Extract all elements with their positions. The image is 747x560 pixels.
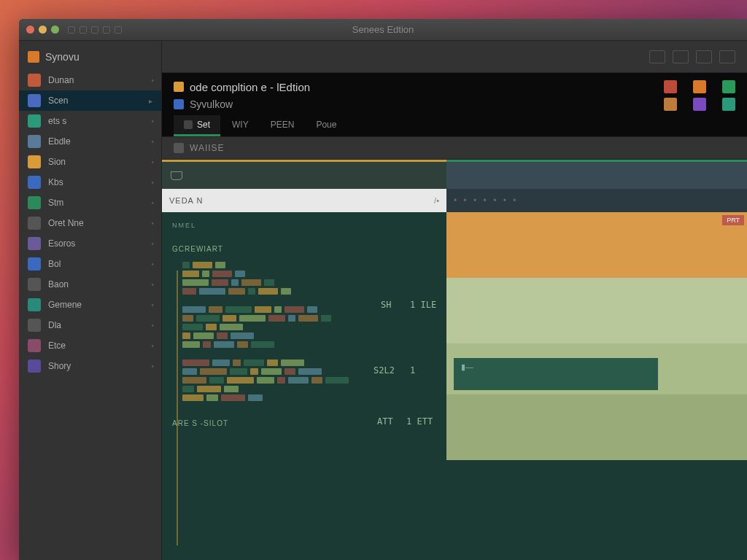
sidebar-icon [28,196,41,209]
tab-label: WIY [232,120,249,130]
num-a: SH [381,300,391,310]
chevron-right-icon: ▸ [149,97,152,105]
code-line [182,359,436,366]
search-chevron-icon[interactable]: /• [434,196,439,205]
editor-pane: /• NMEL GCREWIART ARE S -SILOT [162,160,446,560]
code-line [182,288,436,295]
badge-icon-6[interactable] [722,98,735,111]
header-line-2: Syvulkow [190,98,233,110]
sidebar-item-14[interactable]: Shory • [19,356,161,376]
sidebar-label: ets s [48,116,66,126]
block-orange [446,212,747,278]
block-dark: ▮— [454,358,658,390]
sub-header: WAIISE [162,137,747,160]
block-lg1 [446,278,747,343]
minimize-icon[interactable] [39,26,47,34]
num-c: S2L2 [374,365,395,376]
sidebar-label: Scen [48,96,68,106]
sidebar-icon [28,319,41,332]
sidebar-label: Dla [48,320,61,330]
sidebar-item-8[interactable]: Esoros • [19,233,161,254]
sidebar-item-2[interactable]: ets s • [19,111,161,131]
maximize-icon[interactable] [51,26,59,34]
code-line [182,306,436,313]
sidebar-label: Dunan [48,75,74,85]
sidebar-label: Esoros [48,238,75,249]
tab-bar: SetWIYPEENPoue [174,115,735,136]
sidebar-label: Ebdle [48,136,71,147]
main-area: ode compltion e - lEdtion Syvulkow [162,41,747,560]
code-line [182,324,436,330]
sidebar-item-11[interactable]: Gemene • [19,295,161,315]
app-window: Senees Edtion Synovu Dunan • Scen ▸ ets … [19,19,747,560]
preview-tag: PRT [722,215,744,225]
brand: Synovu [19,47,161,70]
sidebar-glyph: • [151,117,154,125]
sidebar-glyph: • [151,260,154,268]
sidebar-item-4[interactable]: Sion • [19,152,161,172]
sidebar-item-12[interactable]: Dla • [19,315,161,335]
num-e: ATT [377,416,393,427]
preview-pane: • • • • • • • Fodi horr PRT ▮— SH 1 I [446,160,747,560]
tab-0[interactable]: Set [174,115,220,136]
tab-label: Set [197,120,210,130]
sidebar-item-5[interactable]: Kbs • [19,172,161,192]
close-icon[interactable] [26,26,34,34]
code-editor[interactable]: NMEL GCREWIART ARE S -SILOT [162,212,446,560]
sidebar-item-3[interactable]: Ebdle • [19,131,161,152]
sidebar-icon [28,155,41,168]
sidebar-label: Bol [48,259,61,269]
sidebar-item-0[interactable]: Dunan • [19,70,161,90]
badge-icon-4[interactable] [664,98,677,111]
sidebar-glyph: • [151,322,154,330]
sidebar-label: Etce [48,341,66,351]
sidebar-item-10[interactable]: Baon • [19,274,161,295]
preview-toolbar [446,160,747,189]
code-line [182,262,436,268]
sidebar-icon [28,339,41,352]
badge-icon-5[interactable] [693,98,706,111]
badge-icon-1[interactable] [664,80,677,93]
sidebar-label: Baon [48,279,69,289]
brand-label: Synovu [45,51,80,63]
sidebar: Synovu Dunan • Scen ▸ ets s • Ebdle • [19,41,162,560]
tool-icon-2[interactable] [673,50,689,63]
sidebar-icon [28,135,41,148]
search-input[interactable] [169,196,428,205]
tool-icon-1[interactable] [649,50,665,63]
sidebar-glyph: • [151,199,154,207]
sidebar-glyph: • [151,362,154,370]
sidebar-item-13[interactable]: Etce • [19,335,161,356]
tab-label: PEEN [271,120,295,130]
badge-icon-3[interactable] [722,80,735,93]
sidebar-glyph: • [151,219,154,228]
indent-guide [177,271,178,545]
code-line [182,386,436,392]
toolbar [162,41,747,73]
code-label-1: NMEL [172,219,436,232]
code-line [182,279,436,286]
tool-icon-3[interactable] [696,50,712,63]
code-line [182,315,436,322]
sidebar-icon [28,217,41,230]
preview-dots: • • • • • • • [454,195,518,206]
tab-2[interactable]: PEEN [260,115,305,136]
tool-icon-4[interactable] [719,50,735,63]
sidebar-label: Shory [48,361,71,371]
sidebar-item-9[interactable]: Bol • [19,254,161,274]
sidebar-icon [28,94,41,107]
sidebar-icon [28,359,41,373]
sidebar-item-7[interactable]: Oret Nne • [19,213,161,233]
sidebar-label: Stm [48,198,63,208]
sidebar-glyph: • [151,138,154,146]
tab-1[interactable]: WIY [222,115,259,136]
tab-3[interactable]: Poue [306,115,347,136]
sidebar-item-1[interactable]: Scen ▸ [19,90,161,111]
sidebar-glyph: • [151,301,154,309]
num-b: 1 ILE [410,300,436,310]
cup-icon[interactable] [171,171,182,180]
badge-icon-2[interactable] [693,80,706,93]
preview-search[interactable]: • • • • • • • [446,189,747,212]
sidebar-item-6[interactable]: Stm • [19,192,161,213]
sidebar-label: Oret Nne [48,218,84,228]
